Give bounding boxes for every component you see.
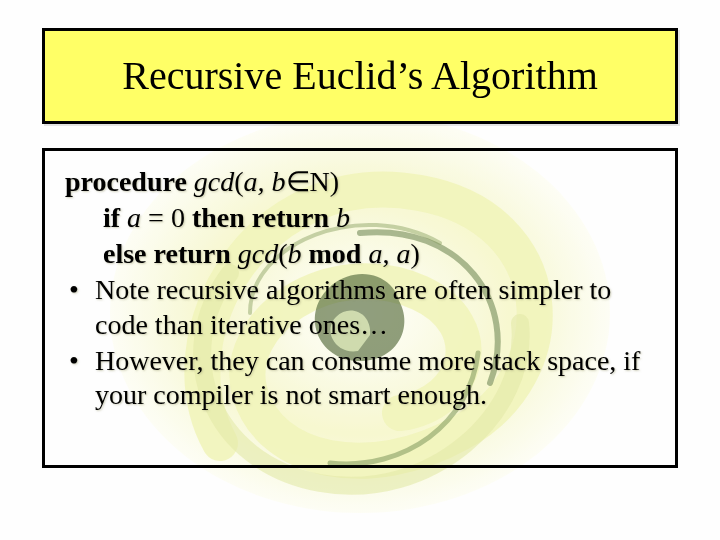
lparen-2: ( — [278, 238, 287, 269]
var-a2: a — [368, 238, 382, 269]
lparen-1: ( — [234, 166, 243, 197]
kw-mod: mod — [302, 238, 369, 269]
bullet-1-text: Note recursive algorithms are often simp… — [95, 273, 655, 341]
rparen-2: ) — [410, 238, 419, 269]
bullet-2-text: However, they can consume more stack spa… — [95, 344, 655, 412]
eq-zero: = 0 — [141, 202, 192, 233]
comma: , — [382, 238, 396, 269]
bullet-1: • Note recursive algorithms are often si… — [65, 273, 655, 341]
kw-else-return: else return — [103, 238, 231, 269]
procedure-line-2: if a = 0 then return b — [65, 201, 655, 235]
fn-gcd-1: gcd — [194, 166, 234, 197]
procedure-line-3: else return gcd(b mod a, a) — [65, 237, 655, 271]
var-a: a — [127, 202, 141, 233]
title-box: Recursive Euclid’s Algorithm — [42, 28, 678, 124]
body-box: procedure gcd(a, b∈N) if a = 0 then retu… — [42, 148, 678, 468]
slide: Recursive Euclid’s Algorithm procedure g… — [0, 0, 720, 540]
bullet-dot: • — [65, 273, 95, 307]
kw-if: if — [103, 202, 120, 233]
var-b2: b — [288, 238, 302, 269]
args-ab: a, b — [244, 166, 286, 197]
fn-gcd-2: gcd — [231, 238, 278, 269]
in-symbol: ∈ — [286, 166, 310, 197]
var-a3: a — [396, 238, 410, 269]
var-b: b — [329, 202, 350, 233]
procedure-line-1: procedure gcd(a, b∈N) — [65, 165, 655, 199]
slide-title: Recursive Euclid’s Algorithm — [112, 55, 608, 97]
bullet-dot: • — [65, 344, 95, 378]
kw-then-return: then return — [192, 202, 329, 233]
set-n: N) — [310, 166, 340, 197]
bullet-2: • However, they can consume more stack s… — [65, 344, 655, 412]
kw-procedure: procedure — [65, 166, 187, 197]
